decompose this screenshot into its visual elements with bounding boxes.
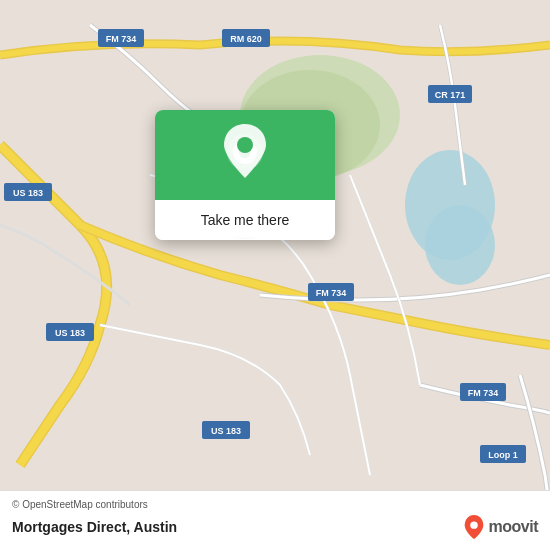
moovit-pin-icon	[463, 514, 485, 540]
svg-text:US 183: US 183	[13, 188, 43, 198]
svg-text:US 183: US 183	[55, 328, 85, 338]
svg-point-4	[425, 205, 495, 285]
popup-header	[155, 110, 335, 200]
map-container: RM 620 FM 734 CR 171 US 183 US 183 FM 73…	[0, 0, 550, 550]
map-background: RM 620 FM 734 CR 171 US 183 US 183 FM 73…	[0, 0, 550, 550]
svg-text:FM 734: FM 734	[316, 288, 347, 298]
map-pin-icon	[220, 122, 270, 180]
svg-text:CR 171: CR 171	[435, 90, 466, 100]
popup-triangle	[235, 239, 255, 240]
osm-credit: © OpenStreetMap contributors	[12, 499, 538, 510]
svg-text:FM 734: FM 734	[106, 34, 137, 44]
moovit-brand-text: moovit	[489, 518, 538, 536]
popup-card: Take me there	[155, 110, 335, 240]
svg-point-26	[237, 137, 253, 153]
moovit-logo: moovit	[463, 514, 538, 540]
location-name: Mortgages Direct, Austin	[12, 519, 177, 535]
svg-point-27	[470, 521, 477, 528]
svg-text:Loop 1: Loop 1	[488, 450, 518, 460]
take-me-there-button[interactable]: Take me there	[155, 200, 335, 240]
svg-text:FM 734: FM 734	[468, 388, 499, 398]
svg-text:US 183: US 183	[211, 426, 241, 436]
location-row: Mortgages Direct, Austin moovit	[12, 514, 538, 540]
svg-text:RM 620: RM 620	[230, 34, 262, 44]
bottom-bar: © OpenStreetMap contributors Mortgages D…	[0, 490, 550, 550]
